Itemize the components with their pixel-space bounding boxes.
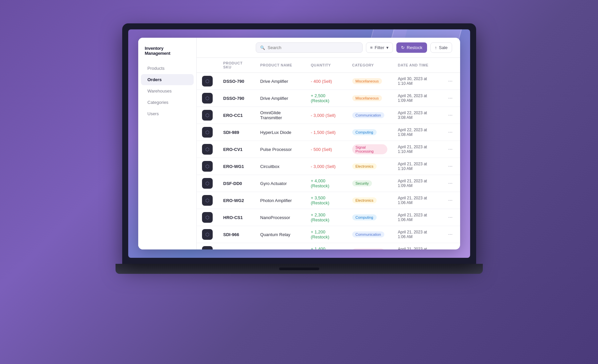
sidebar-item-users[interactable]: Users — [141, 108, 194, 119]
category-badge: Security — [352, 180, 372, 186]
product-datetime: April 21, 2023 at 1:06 AM — [393, 226, 441, 243]
product-datetime: April 26, 2023 at 1:09 AM — [393, 90, 441, 107]
sidebar: Inventory Management ProductsOrdersWareh… — [138, 38, 197, 249]
product-icon-cell: ⬡ — [197, 73, 218, 90]
sidebar-item-warehouses[interactable]: Warehouses — [141, 85, 194, 97]
product-icon: ⬡ — [202, 76, 213, 86]
row-actions[interactable]: ··· — [441, 141, 460, 158]
more-options-button[interactable]: ··· — [446, 77, 454, 85]
more-options-button[interactable]: ··· — [446, 129, 454, 136]
more-options-button[interactable]: ··· — [446, 248, 454, 249]
product-icon: ⬡ — [202, 229, 213, 240]
more-options-button[interactable]: ··· — [446, 112, 454, 119]
product-quantity: + 1,200 (Restock) — [306, 226, 347, 243]
product-icon: ⬡ — [202, 246, 213, 249]
category-badge: Communication — [352, 112, 384, 118]
product-category: Security — [347, 175, 393, 192]
row-actions[interactable]: ··· — [441, 243, 460, 250]
more-options-button[interactable]: ··· — [446, 197, 454, 204]
orders-table-container: PRODUCT SKU PRODUCT NAME QUANTITY CATEGO… — [197, 58, 460, 249]
product-quantity: - 3,000 (Sell) — [306, 158, 347, 175]
row-actions[interactable]: ··· — [441, 209, 460, 226]
row-actions[interactable]: ··· — [441, 175, 460, 192]
category-badge: Electronics — [352, 197, 377, 203]
product-icon: ⬡ — [202, 178, 213, 189]
product-sku: DSSO-790 — [218, 73, 255, 90]
more-options-button[interactable]: ··· — [446, 180, 454, 187]
more-options-button[interactable]: ··· — [446, 231, 454, 238]
row-actions[interactable]: ··· — [441, 226, 460, 243]
category-badge: Electronics — [352, 163, 377, 169]
row-actions[interactable]: ··· — [441, 124, 460, 141]
search-input[interactable] — [268, 45, 358, 50]
product-category: Computing — [347, 124, 393, 141]
table-header-row: PRODUCT SKU PRODUCT NAME QUANTITY CATEGO… — [197, 58, 460, 73]
product-name: HyperLux Diode — [255, 124, 305, 141]
restock-icon: ↻ — [401, 45, 405, 50]
sidebar-item-categories[interactable]: Categories — [141, 97, 194, 108]
row-actions[interactable]: ··· — [441, 107, 460, 124]
category-badge: Miscellaneous — [352, 78, 382, 84]
product-datetime: April 30, 2023 at 1:10 AM — [393, 73, 441, 90]
product-datetime: April 21, 2023 at 1:06 AM — [393, 243, 441, 250]
table-row: ⬡ERO921Quantix Capacitor+ 1,400 (Restock… — [197, 243, 460, 250]
product-name: Photon Amplifier — [255, 192, 305, 209]
sidebar-item-products[interactable]: Products — [141, 63, 194, 74]
row-actions[interactable]: ··· — [441, 90, 460, 107]
product-icon: ⬡ — [202, 110, 213, 121]
product-category: Computing — [347, 209, 393, 226]
category-badge: Computing — [352, 214, 377, 220]
product-icon-cell: ⬡ — [197, 243, 218, 250]
product-category: Electronics — [347, 192, 393, 209]
category-badge: Communication — [352, 231, 384, 237]
row-actions[interactable]: ··· — [441, 192, 460, 209]
product-icon: ⬡ — [202, 161, 213, 172]
laptop-base — [116, 264, 483, 274]
category-badge: Miscellaneous — [352, 95, 382, 101]
restock-label: Restock — [407, 45, 422, 50]
col-sku: PRODUCT SKU — [218, 58, 255, 73]
product-icon-cell: ⬡ — [197, 209, 218, 226]
orders-table: PRODUCT SKU PRODUCT NAME QUANTITY CATEGO… — [197, 58, 460, 249]
table-row: ⬡HRO-CS1NanoProcessor+ 2,300 (Restock)Co… — [197, 209, 460, 226]
more-options-button[interactable]: ··· — [446, 214, 454, 221]
product-sku: SDI-989 — [218, 124, 255, 141]
col-datetime: DATE AND TIME — [393, 58, 441, 73]
row-actions[interactable]: ··· — [441, 73, 460, 90]
product-icon: ⬡ — [202, 212, 213, 223]
more-options-button[interactable]: ··· — [446, 163, 454, 170]
laptop-frame: Inventory Management ProductsOrdersWareh… — [116, 23, 483, 341]
table-row: ⬡DSF-DD0Gyro Actuator+ 4,000 (Restock)Se… — [197, 175, 460, 192]
sale-arrow-icon: ↑ — [435, 45, 437, 50]
product-icon: ⬡ — [202, 144, 213, 155]
more-options-button[interactable]: ··· — [446, 146, 454, 153]
more-options-button[interactable]: ··· — [446, 95, 454, 102]
product-datetime: April 21, 2023 at 1:09 AM — [393, 175, 441, 192]
screen-bezel: Inventory Management ProductsOrdersWareh… — [122, 23, 476, 264]
product-icon: ⬡ — [202, 93, 213, 104]
product-sku: ERO-WG1 — [218, 158, 255, 175]
filter-icon: ≡ — [370, 45, 373, 50]
restock-button[interactable]: ↻ Restock — [396, 42, 427, 53]
sale-label: Sale — [439, 45, 447, 50]
product-quantity: - 1,500 (Sell) — [306, 124, 347, 141]
filter-label: Filter — [375, 45, 384, 50]
app-title: Inventory Management — [138, 46, 196, 62]
search-icon: 🔍 — [260, 45, 265, 50]
product-quantity: + 3,500 (Restock) — [306, 192, 347, 209]
product-category: Energy Storage — [347, 243, 393, 250]
main-content: 🔍 ≡ Filter ▾ ↻ Restock — [197, 38, 460, 249]
filter-button[interactable]: ≡ Filter ▾ — [366, 42, 393, 53]
product-name: Quantix Capacitor — [255, 243, 305, 250]
product-sku: ERO921 — [218, 243, 255, 250]
search-box[interactable]: 🔍 — [256, 42, 363, 53]
product-quantity: + 1,400 (Restock) — [306, 243, 347, 250]
product-category: Signal Processing — [347, 141, 393, 158]
row-actions[interactable]: ··· — [441, 158, 460, 175]
product-datetime: April 22, 2023 at 1:08 AM — [393, 124, 441, 141]
product-sku: SDI-966 — [218, 226, 255, 243]
product-sku: HRO-CS1 — [218, 209, 255, 226]
sidebar-item-orders[interactable]: Orders — [141, 74, 194, 85]
sale-button[interactable]: ↑ Sale — [430, 42, 452, 53]
product-name: Pulse Processor — [255, 141, 305, 158]
